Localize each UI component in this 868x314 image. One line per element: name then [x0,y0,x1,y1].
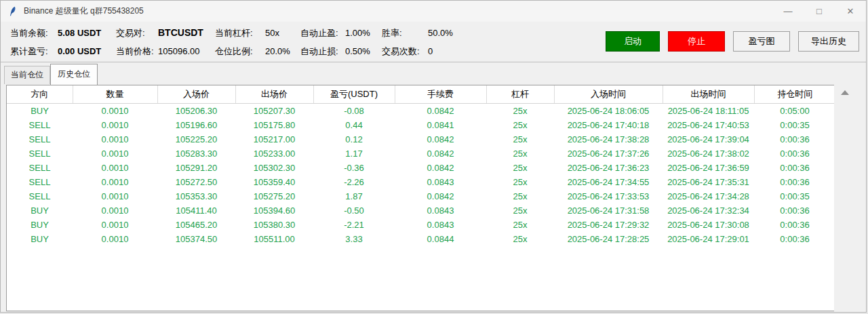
table-cell: 0.0010 [73,104,157,119]
history-positions-pane: 方向数量入场价出场价盈亏(USDT)手续费杠杆入场时间出场时间持仓时间 BUY0… [6,85,836,311]
table-cell: 2025-06-24 17:36:23 [554,161,663,175]
stat-position-ratio: 仓位比例: 20.0% [215,45,300,58]
table-cell: 105411.40 [157,203,235,218]
column-header[interactable]: 杠杆 [486,85,554,104]
table-cell: 0:00:36 [754,175,835,189]
table-cell: 0:00:35 [754,189,835,203]
table-cell: 105291.20 [157,161,235,175]
maximize-icon[interactable]: □ [804,1,835,22]
table-cell: -0.08 [313,104,395,119]
table-cell: 0:00:36 [754,203,835,218]
table-cell: 2025-06-24 17:29:01 [663,232,754,246]
table-cell: 105196.60 [157,118,235,132]
table-cell: BUY [7,104,73,119]
table-row[interactable]: SELL0.0010105196.60105175.800.440.084125… [7,118,835,132]
table-cell: 0.0010 [73,146,157,161]
table-cell: 2025-06-24 17:38:28 [554,132,663,146]
stat-take-profit-value: 1.00% [345,28,370,38]
column-header[interactable]: 数量 [73,85,157,104]
stat-balance: 当前余额: 5.08 USDT [10,27,116,39]
table-cell: 105207.30 [235,104,313,119]
table-row[interactable]: BUY0.0010105411.40105394.60-0.500.084325… [7,203,835,218]
table-cell: BUY [7,218,73,232]
table-cell: 25x [486,203,554,218]
column-header[interactable]: 出场价 [235,85,313,104]
table-cell: 2025-06-24 17:35:31 [663,175,754,189]
column-header[interactable]: 持仓时间 [754,85,835,104]
table-cell: 0.0843 [395,203,486,218]
table-cell: 25x [486,118,554,132]
table-row[interactable]: BUY0.0010105374.50105511.003.330.084425x… [7,232,835,246]
table-cell: -2.21 [313,218,395,232]
table-row[interactable]: SELL0.0010105283.30105233.001.170.084225… [7,146,835,161]
table-row[interactable]: SELL0.0010105291.20105302.30-0.360.08422… [7,161,835,175]
table-cell: 2025-06-24 17:31:58 [554,203,663,218]
column-header[interactable]: 入场价 [157,85,235,104]
column-header[interactable]: 盈亏(USDT) [313,85,395,104]
table-cell: -0.36 [313,161,395,175]
table-row[interactable]: SELL0.0010105225.20105217.000.120.084225… [7,132,835,146]
table-cell: BUY [7,203,73,218]
stat-cum-pnl: 累计盈亏: 0.00 USDT [10,45,116,58]
table-cell: 25x [486,146,554,161]
column-header[interactable]: 出场时间 [663,85,754,104]
start-button[interactable]: 启动 [606,31,660,52]
table-cell: 0.0842 [395,104,486,119]
table-cell: 2025-06-24 17:40:53 [663,118,754,132]
table-cell: 2025-06-24 17:34:55 [554,175,663,189]
scrollbar-up-icon[interactable] [841,90,849,95]
table-cell: 0.0844 [395,232,486,246]
table-cell: 0:00:36 [754,132,835,146]
column-header[interactable]: 入场时间 [554,85,663,104]
history-table: 方向数量入场价出场价盈亏(USDT)手续费杠杆入场时间出场时间持仓时间 BUY0… [7,85,835,246]
tab-history-positions[interactable]: 历史仓位 [50,64,98,85]
column-header[interactable]: 手续费 [395,85,486,104]
table-cell: 0.0010 [73,132,157,146]
table-cell: 0:00:36 [754,146,835,161]
table-cell: 0:00:36 [754,218,835,232]
table-cell: 105353.30 [157,189,235,203]
scrollbar-track[interactable] [834,85,865,311]
table-row[interactable]: BUY0.0010105465.20105380.30-2.210.084325… [7,218,835,232]
table-row[interactable]: SELL0.0010105272.50105359.40-2.260.08432… [7,175,835,189]
column-header[interactable]: 方向 [7,85,73,104]
stat-balance-value: 5.08 USDT [58,28,101,38]
table-cell: 105394.60 [235,203,313,218]
stat-position-ratio-label: 仓位比例: [215,45,265,58]
stat-cum-pnl-label: 累计盈亏: [10,45,58,58]
table-cell: 25x [486,218,554,232]
table-cell: 2025-06-24 18:11:05 [663,104,754,119]
table-cell: 1.87 [313,189,395,203]
table-cell: 0.0010 [73,118,157,132]
table-cell: SELL [7,175,73,189]
table-cell: 105374.50 [157,232,235,246]
table-cell: 25x [486,161,554,175]
table-row[interactable]: SELL0.0010105353.30105275.201.870.084225… [7,189,835,203]
table-cell: 0:00:36 [754,232,835,246]
table-cell: 2025-06-24 17:30:08 [663,218,754,232]
table-cell: 0.0010 [73,175,157,189]
table-cell: 105217.00 [235,132,313,146]
position-tabs: 当前仓位 历史仓位 [1,62,866,84]
table-cell: 2025-06-24 17:40:18 [554,118,663,132]
stat-pair-label: 交易对: [116,27,158,39]
stat-position-ratio-value: 20.0% [265,46,290,56]
table-cell: 0.0010 [73,232,157,246]
export-history-button[interactable]: 导出历史 [798,31,859,52]
table-cell: 25x [486,189,554,203]
tab-current-positions[interactable]: 当前仓位 [4,66,50,84]
table-cell: 0:00:36 [754,161,835,175]
pnl-chart-button[interactable]: 盈亏图 [733,31,790,52]
stop-button[interactable]: 停止 [668,31,725,52]
history-table-body: BUY0.0010105206.30105207.30-0.080.084225… [7,104,835,247]
feather-icon [7,6,18,17]
stat-pair: 交易对: BTCUSDT [116,27,215,39]
table-row[interactable]: BUY0.0010105206.30105207.30-0.080.084225… [7,104,835,119]
table-cell: 0.44 [313,118,395,132]
minimize-icon[interactable]: — [772,1,804,22]
table-cell: 2025-06-24 17:37:26 [554,146,663,161]
table-cell: 2025-06-24 17:29:32 [554,218,663,232]
close-icon[interactable]: ✕ [835,1,866,22]
table-cell: 105225.20 [157,132,235,146]
stat-stop-loss-value: 0.50% [345,46,370,56]
